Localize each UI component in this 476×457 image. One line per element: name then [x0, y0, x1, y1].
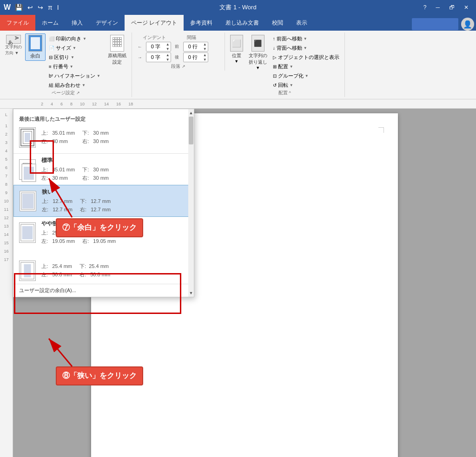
indent-right-label: →	[138, 55, 145, 60]
indent-left-label: ←	[138, 44, 145, 49]
spacing-before-up[interactable]: ▲	[202, 42, 208, 47]
ribbon-btn-genko[interactable]: 原稿用紙設定	[106, 33, 129, 67]
scrollbar-up-btn[interactable]: ▲	[188, 109, 194, 117]
dropdown-footer[interactable]: ユーザー設定の余白(A)...	[13, 284, 194, 297]
ribbon-btn-text-direction[interactable]: Aあ 文字列の方向 ▼	[3, 33, 24, 58]
ribbon-btn-bring-forward[interactable]: ↑前面へ移動▼	[271, 34, 342, 43]
indent-spacing-section: インデント ← ▲ ▼ →	[135, 33, 211, 63]
more-quick-btn[interactable]: I	[56, 3, 60, 12]
redo-quick-btn[interactable]: ↪	[36, 3, 45, 12]
dropdown-item-standard[interactable]: 標準 上: 35.01 mm 左: 30 mm 下: 30 mm 右: 30 m…	[13, 154, 194, 185]
spacing-before-label: 前	[175, 44, 182, 50]
indent-left-up[interactable]: ▲	[165, 42, 171, 47]
ribbon-btn-align[interactable]: ⊞配置▼	[271, 62, 342, 71]
margin-detail-last: 上: 35.01 mm 左: 30 mm 下: 30 mm 右: 30 mm	[41, 129, 188, 145]
dropdown-item-last-used[interactable]: 上: 35.01 mm 左: 30 mm 下: 30 mm 右: 30 mm	[13, 124, 194, 150]
margin-name-standard: 標準	[41, 157, 188, 164]
spacing-after-up[interactable]: ▲	[202, 53, 208, 58]
ribbon-btn-select-objects[interactable]: ▷オブジェクトの選択と表示	[271, 53, 342, 62]
group-label-page-setup: ページ設定 ↗	[0, 90, 132, 96]
ribbon-btn-columns[interactable]: ⊟区切り▼	[46, 53, 103, 62]
tab-view[interactable]: 表示	[290, 15, 314, 31]
scrollbar-down-btn[interactable]: ▼	[188, 289, 194, 297]
indent-right-up[interactable]: ▲	[165, 53, 171, 58]
ribbon-btn-size[interactable]: 📄サイズ▼	[46, 44, 103, 52]
svg-rect-1	[24, 167, 34, 180]
dropdown-item-wide[interactable]: 上: 25.4 mm 左: 50.8 mm 下: 25.4 mm 右: 50.8…	[13, 258, 194, 284]
customize-quick-btn[interactable]: π	[46, 3, 54, 12]
margin-name-narrow: 狭い	[42, 188, 188, 196]
tab-mailings[interactable]: 差し込み文書	[219, 15, 265, 31]
spacing-after-down[interactable]: ▼	[202, 58, 208, 62]
indent-left-arrows: ▲ ▼	[165, 42, 171, 51]
ribbon-btn-margin[interactable]: 余白	[25, 33, 46, 61]
tab-review[interactable]: 校閲	[265, 15, 290, 31]
ribbon-btn-text-wrap[interactable]: ⬛ 文字列の折り返し▼	[246, 33, 270, 72]
save-quick-btn[interactable]: 💾	[13, 3, 24, 12]
minimize-button[interactable]: ─	[432, 2, 443, 13]
tab-insert[interactable]: 挿入	[65, 15, 89, 31]
ruler-vertical: L 1 2 3 4 5 6 7 8 9 10 11 12 13 14 15 16…	[0, 109, 13, 457]
group-label-arrange: 配置 ^	[225, 90, 344, 96]
ribbon-small-btns-group: ⬜印刷の向き▼ 📄サイズ▼ ⊟区切り▼ ≡行番号▼ b²ハイフネーション▼ 組組…	[46, 33, 103, 90]
margin-btn-label: 余白	[30, 52, 40, 59]
indent-left-spinner: ▲ ▼	[146, 42, 171, 52]
ribbon-group-page-setup: Aあ 文字列の方向 ▼ 余白	[0, 33, 132, 97]
dropdown-scrollbar[interactable]: ▲ ▼	[188, 109, 194, 297]
close-button[interactable]: ✕	[460, 2, 472, 13]
tab-page-layout[interactable]: ページ レイアウト	[125, 15, 184, 31]
tab-home[interactable]: ホーム	[35, 15, 65, 31]
ribbon-btn-print-direction[interactable]: ⬜印刷の向き▼	[46, 34, 103, 43]
margin-info-last: 上: 35.01 mm 左: 30 mm 下: 30 mm 右: 30 mm	[41, 129, 188, 145]
margin-icon-moderate	[19, 222, 36, 243]
ribbon-btn-rotate[interactable]: ↺回転▼	[271, 81, 342, 90]
page-corner-tr	[378, 127, 384, 133]
annotation-margin-click: ⑦「余白」をクリック	[56, 218, 143, 237]
ribbon-btn-group[interactable]: ⊡グループ化▼	[271, 72, 342, 80]
margin-detail-wide: 上: 25.4 mm 左: 50.8 mm 下: 25.4 mm 右: 50.8…	[41, 262, 188, 279]
help-button[interactable]: ?	[420, 2, 430, 13]
spacing-after-group: 後 ▲ ▼	[175, 52, 208, 62]
restore-button[interactable]: 🗗	[445, 2, 458, 13]
doc-container: L 1 2 3 4 5 6 7 8 9 10 11 12 13 14 15 16…	[0, 109, 476, 457]
margin-info-standard: 標準 上: 35.01 mm 左: 30 mm 下: 30 mm 右: 30 m…	[41, 157, 188, 182]
spacing-col: 間隔 前 ▲ ▼ 後	[175, 34, 208, 62]
indent-right-down[interactable]: ▼	[165, 58, 171, 62]
indent-left-input[interactable]	[146, 44, 165, 50]
indent-left-group: ← ▲ ▼	[138, 42, 171, 52]
spacing-after-label: 後	[175, 54, 182, 60]
spacing-after-input[interactable]	[184, 54, 202, 61]
indent-right-input[interactable]	[146, 54, 165, 61]
spacing-before-group: 前 ▲ ▼	[175, 42, 208, 52]
tab-file[interactable]: ファイル	[0, 15, 35, 31]
ribbon-btn-line-numbers[interactable]: ≡行番号▼	[46, 62, 103, 71]
margin-info-narrow: 狭い 上: 12.7 mm 左: 12.7 mm 下: 12.7 mm 右: 1…	[42, 188, 188, 214]
undo-quick-btn[interactable]: ↩	[26, 3, 34, 12]
margin-icon-wide	[19, 261, 36, 281]
ribbon-group-paragraph: インデント ← ▲ ▼ →	[132, 33, 225, 71]
margin-dropdown: 最後に適用したユーザー設定 上: 35	[13, 109, 194, 297]
title-bar-title: 文書 1 - Word	[219, 3, 256, 12]
dropdown-scroll-area	[13, 248, 194, 258]
tab-references[interactable]: 参考資料	[184, 15, 219, 31]
ribbon-btn-send-backward[interactable]: ↓背面へ移動▼	[271, 44, 342, 52]
ribbon-group-arrange: ⬜ 位置▼ ⬛ 文字列の折り返し▼ ↑前面へ移動▼ ↓背面へ移動▼ ▷オブジェク…	[225, 33, 345, 97]
spacing-before-spinner: ▲ ▼	[183, 42, 208, 52]
indent-left-down[interactable]: ▼	[165, 47, 171, 52]
spacing-before-arrows: ▲ ▼	[202, 42, 208, 51]
scrollbar-thumb[interactable]	[189, 117, 193, 144]
ribbon-btn-hyphenation[interactable]: b²ハイフネーション▼	[46, 72, 103, 80]
quick-access-toolbar: 💾 ↩ ↪ π I	[13, 3, 60, 12]
margin-icon-narrow	[20, 191, 36, 211]
ribbon-btn-position[interactable]: ⬜ 位置▼	[228, 33, 245, 65]
indent-col: インデント ← ▲ ▼ →	[138, 34, 171, 62]
tab-design[interactable]: デザイン	[89, 15, 125, 31]
spacing-before-down[interactable]: ▼	[202, 47, 208, 52]
dropdown-item-narrow[interactable]: 狭い 上: 12.7 mm 左: 12.7 mm 下: 12.7 mm 右: 1…	[13, 185, 194, 217]
dropdown-header-label: 最後に適用したユーザー設定	[13, 112, 194, 124]
word-icon: W	[4, 3, 11, 12]
group-label-paragraph: 段落 ↗	[132, 63, 225, 70]
ribbon-group-page-setup-content: Aあ 文字列の方向 ▼ 余白	[3, 33, 129, 96]
spacing-before-input[interactable]	[184, 44, 202, 50]
ribbon-btn-kumihan[interactable]: 組組み合わせ▼	[46, 81, 103, 90]
